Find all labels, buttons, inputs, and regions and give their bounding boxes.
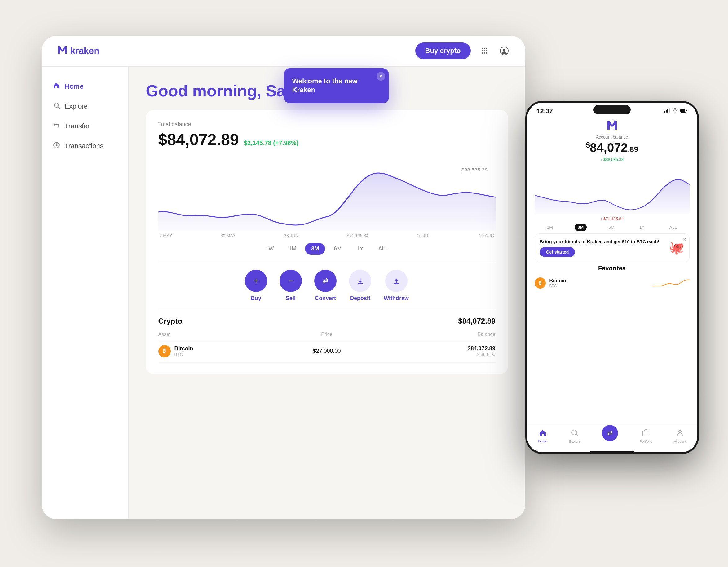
phone-inner: 12:37 <box>527 103 697 452</box>
balance-decimal: .89 <box>628 145 638 153</box>
battery-icon <box>680 108 687 114</box>
logo-icon <box>57 45 68 57</box>
balance-usd: $84,072.89 <box>383 345 496 352</box>
home-indicator <box>590 451 634 452</box>
svg-point-1 <box>484 48 485 49</box>
phone-filter-1y[interactable]: 1Y <box>636 224 648 231</box>
explore-icon <box>53 102 60 111</box>
deposit-action[interactable]: Deposit <box>349 270 371 302</box>
phone-nav-portfolio[interactable]: Portfolio <box>640 429 652 443</box>
fav-name: Bitcoin <box>549 278 649 284</box>
phone-chart-area <box>535 164 690 214</box>
filter-1m[interactable]: 1M <box>282 243 302 255</box>
withdraw-action[interactable]: Withdraw <box>384 270 409 302</box>
phone-explore-label: Explore <box>569 440 580 443</box>
col-asset-header: Asset <box>158 332 271 337</box>
sidebar-item-explore[interactable]: Explore <box>42 96 128 116</box>
buy-label: Buy <box>251 295 261 302</box>
tablet-body: Home Explore <box>42 67 525 519</box>
svg-rect-20 <box>681 109 685 112</box>
table-row[interactable]: ₿ Bitcoin BTC $27,000.00 $84,072.89 2.86… <box>158 340 496 363</box>
chart-container: $88,535.38 <box>158 156 496 231</box>
phone-explore-icon <box>571 429 578 438</box>
svg-point-4 <box>484 50 485 51</box>
phone-chart-down-label: ↓ $71,135.84 <box>535 216 690 221</box>
phone-convert-fab[interactable] <box>602 425 618 441</box>
phone-home-label: Home <box>538 439 547 443</box>
sidebar-item-transfer[interactable]: Transfer <box>42 116 128 136</box>
grid-icon[interactable] <box>478 45 491 57</box>
phone-portfolio-icon <box>642 429 650 438</box>
sell-label: Sell <box>286 295 296 302</box>
svg-line-12 <box>58 107 60 109</box>
phone-filter-all[interactable]: ALL <box>666 224 680 231</box>
status-icons <box>664 108 687 114</box>
referral-title: Bring your friends to Kraken and get $10… <box>540 239 665 245</box>
svg-line-22 <box>576 434 578 436</box>
time-filters: 1W 1M 3M 6M 1Y ALL <box>158 243 496 255</box>
user-icon[interactable] <box>498 45 510 57</box>
sidebar: Home Explore <box>42 67 129 519</box>
filter-1y[interactable]: 1Y <box>350 243 369 255</box>
phone-nav-convert[interactable] <box>602 431 618 441</box>
chart-x-labels: 7 MAY 30 MAY 23 JUN $71,135.84 16 JUL 10… <box>158 233 496 238</box>
signal-icon <box>664 108 670 114</box>
sell-action[interactable]: − Sell <box>280 270 302 302</box>
filter-1w[interactable]: 1W <box>259 243 280 255</box>
crypto-title: Crypto <box>158 317 182 326</box>
col-balance-header: Balance <box>383 332 496 337</box>
svg-rect-18 <box>669 108 670 113</box>
withdraw-label: Withdraw <box>384 295 409 302</box>
phone-nav-home[interactable]: Home <box>538 429 547 443</box>
phone-filter-6m[interactable]: 6M <box>605 224 617 231</box>
svg-point-5 <box>486 50 487 51</box>
fav-ticker: BTC <box>549 284 649 288</box>
svg-point-8 <box>486 52 487 54</box>
referral-text: Bring your friends to Kraken and get $10… <box>540 239 665 257</box>
crypto-section-header: Crypto $84,072.89 <box>158 317 496 326</box>
phone-home-icon <box>539 429 546 438</box>
balance-super: $ <box>586 141 590 149</box>
phone-bottom-nav: Home Explore <box>527 425 697 450</box>
convert-label: Convert <box>315 295 336 302</box>
fav-chart <box>652 277 690 289</box>
sidebar-item-transactions[interactable]: Transactions <box>42 136 128 156</box>
referral-cta-button[interactable]: Get started <box>540 247 575 257</box>
notification-card: × Welcome to the new Kraken <box>284 68 389 103</box>
filter-all[interactable]: ALL <box>372 243 395 255</box>
phone-nav-account[interactable]: Account <box>674 429 686 443</box>
balance-change: $2,145.78 (+7.98%) <box>244 140 298 147</box>
svg-point-0 <box>482 48 483 49</box>
transactions-icon <box>53 142 60 150</box>
phone-nav-explore[interactable]: Explore <box>569 429 580 443</box>
balance-label: Total balance <box>158 121 496 128</box>
phone-chart-up-label: ↑ $88,535.38 <box>535 157 690 162</box>
referral-close-button[interactable]: × <box>683 237 686 242</box>
col-price-header: Price <box>271 332 383 337</box>
filter-6m[interactable]: 6M <box>328 243 348 255</box>
sidebar-item-home[interactable]: Home <box>42 77 128 96</box>
buy-action[interactable]: + Buy <box>245 270 267 302</box>
buy-crypto-button[interactable]: Buy crypto <box>415 42 471 59</box>
action-buttons: + Buy − Sell <box>158 262 496 309</box>
balance-card: Total balance $84,072.89 $2,145.78 (+7.9… <box>146 110 508 374</box>
tablet: kraken Buy crypto <box>42 36 525 519</box>
favorites-item[interactable]: ₿ Bitcoin BTC <box>535 274 690 292</box>
svg-point-2 <box>486 48 487 49</box>
svg-rect-15 <box>664 111 665 113</box>
asset-ticker: BTC <box>174 352 193 357</box>
phone-balance-label: Account balance <box>535 135 690 140</box>
phone-balance-amount: $84,072.89 <box>535 141 690 155</box>
svg-point-11 <box>54 103 59 107</box>
svg-rect-23 <box>643 431 649 436</box>
scene: kraken Buy crypto <box>23 20 705 547</box>
filter-3m[interactable]: 3M <box>305 243 325 255</box>
phone-time-filters: 1M 3M 6M 1Y ALL <box>535 224 690 231</box>
phone-filter-1m[interactable]: 1M <box>544 224 556 231</box>
notif-title: Welcome to the new Kraken <box>292 77 380 95</box>
convert-action[interactable]: Convert <box>314 270 337 302</box>
phone-content: Account balance $84,072.89 ↑ $88,535.38 <box>527 117 697 425</box>
fav-info: Bitcoin BTC <box>549 278 649 288</box>
phone-filter-3m[interactable]: 3M <box>575 224 587 231</box>
notif-close-button[interactable]: × <box>377 72 385 81</box>
